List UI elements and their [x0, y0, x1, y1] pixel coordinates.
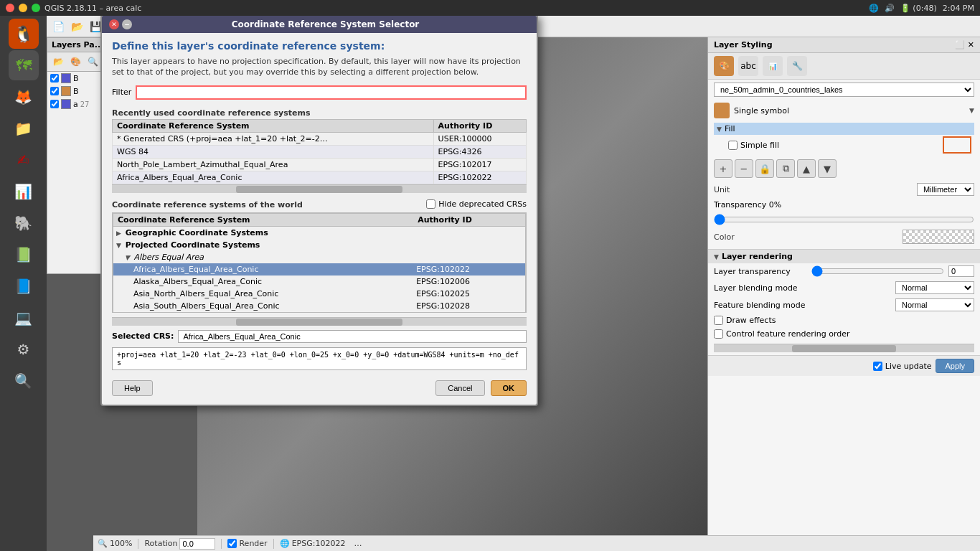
asia-south-crs: Asia_South_Albers_Equal_Area_Conic — [113, 300, 414, 313]
dialog-title-btns: ✕ − — [109, 19, 132, 29]
world-crs-label: Coordinate reference systems of the worl… — [112, 197, 303, 211]
hide-deprecated-label: Hide deprecated CRSs — [438, 199, 527, 209]
hide-deprecated-check[interactable] — [426, 199, 435, 209]
taskbar-network-icon: 🌐 — [869, 4, 879, 13]
selected-crs-row: Selected CRS: — [112, 330, 527, 343]
filter-row: Filter — [112, 85, 527, 100]
geo-expand-icon: ▶ — [116, 230, 121, 237]
geo-systems-text: Geographic Coordinate Systems — [126, 228, 268, 237]
asia-south-row[interactable]: Asia_South_Albers_Equal_Area_Conic EPSG:… — [113, 300, 526, 313]
albers-header-row[interactable]: ▼ Albers Equal Area — [113, 251, 526, 263]
africa-albers-row[interactable]: Africa_Albers_Equal_Area_Conic EPSG:1020… — [113, 263, 526, 276]
proj-systems-row[interactable]: ▼ Projected Coordinate Systems — [113, 239, 526, 251]
asia-south-auth: EPSG:102028 — [413, 300, 525, 313]
dialog-help-btn[interactable]: Help — [112, 380, 153, 396]
recent-row-0[interactable]: * Generated CRS (+proj=aea +lat_1=20 +la… — [113, 132, 527, 145]
recently-used-table: Coordinate Reference System Authority ID… — [112, 119, 527, 184]
dialog-action-btns: Cancel OK — [435, 380, 527, 396]
taskbar-right: 🌐 🔊 🔋 (0:48) 2:04 PM — [869, 4, 974, 13]
albers-expand-icon: ▼ — [125, 254, 130, 261]
dialog-overlay: ✕ − Coordinate Reference System Selector… — [0, 0, 980, 551]
selected-crs-input[interactable] — [178, 330, 527, 343]
win-max-btn[interactable] — [32, 4, 40, 12]
geo-systems-row[interactable]: ▶ Geographic Coordinate Systems — [113, 226, 526, 239]
recent-hscroll[interactable] — [112, 184, 527, 193]
filter-label: Filter — [112, 88, 131, 97]
win-close-btn[interactable] — [6, 4, 14, 12]
proj-string: +proj=aea +lat_1=20 +lat_2=-23 +lat_0=0 … — [112, 347, 527, 370]
proj-systems-text: Projected Coordinate Systems — [126, 240, 260, 250]
dialog-close-btn[interactable]: ✕ — [109, 19, 119, 29]
recent-auth-2: EPSG:102017 — [433, 158, 526, 171]
asia-north-crs: Asia_North_Albers_Equal_Area_Conic — [113, 288, 414, 300]
tree-col-auth: Authority ID — [413, 213, 525, 226]
alaska-albers-row[interactable]: Alaska_Albers_Equal_Area_Conic EPSG:1020… — [113, 276, 526, 288]
taskbar-audio-icon: 🔊 — [885, 4, 895, 13]
dialog-description: This layer appears to have no projection… — [112, 56, 527, 78]
taskbar-left: QGIS 2.18.11 – area calc — [6, 4, 141, 13]
recent-row-2[interactable]: North_Pole_Lambert_Azimuthal_Equal_AreaE… — [113, 158, 527, 171]
recent-crs-0: * Generated CRS (+proj=aea +lat_1=20 +la… — [113, 132, 434, 145]
recently-used-tbody: * Generated CRS (+proj=aea +lat_1=20 +la… — [113, 132, 527, 184]
africa-albers-crs: Africa_Albers_Equal_Area_Conic — [113, 263, 414, 276]
selected-crs-label: Selected CRS: — [112, 331, 174, 341]
dialog-title: Coordinate Reference System Selector — [232, 19, 420, 29]
albers-header-label: ▼ Albers Equal Area — [113, 251, 526, 263]
recent-crs-3: Africa_Albers_Equal_Area_Conic — [113, 171, 434, 184]
taskbar: QGIS 2.18.11 – area calc 🌐 🔊 🔋 (0:48) 2:… — [0, 0, 980, 16]
taskbar-title: QGIS 2.18.11 – area calc — [44, 4, 141, 13]
dialog-min-btn[interactable]: − — [122, 19, 132, 29]
dialog-body: Define this layer's coordinate reference… — [102, 33, 537, 405]
taskbar-time: 2:04 PM — [943, 4, 974, 13]
africa-albers-auth: EPSG:102022 — [413, 263, 525, 276]
alaska-albers-crs: Alaska_Albers_Equal_Area_Conic — [113, 276, 414, 288]
asia-north-row[interactable]: Asia_North_Albers_Equal_Area_Conic EPSG:… — [113, 288, 526, 300]
asia-north-auth: EPSG:102025 — [413, 288, 525, 300]
crs-dialog: ✕ − Coordinate Reference System Selector… — [100, 14, 538, 406]
dialog-heading: Define this layer's coordinate reference… — [112, 40, 527, 52]
recent-row-3[interactable]: Africa_Albers_Equal_Area_ConicEPSG:10202… — [113, 171, 527, 184]
crs-tree-container[interactable]: Coordinate Reference System Authority ID… — [112, 212, 527, 313]
filter-input[interactable] — [136, 85, 527, 100]
crs-tree-tbody: ▶ Geographic Coordinate Systems ▼ Projec… — [113, 226, 526, 312]
recent-crs-1: WGS 84 — [113, 145, 434, 158]
dialog-ok-btn[interactable]: OK — [491, 380, 527, 396]
geo-systems-label: ▶ Geographic Coordinate Systems — [113, 226, 526, 239]
win-min-btn[interactable] — [19, 4, 27, 12]
recent-col-auth: Authority ID — [433, 119, 526, 132]
tree-hscroll-thumb — [236, 319, 402, 326]
recent-crs-2: North_Pole_Lambert_Azimuthal_Equal_Area — [113, 158, 434, 171]
recently-used-label: Recently used coordinate reference syste… — [112, 105, 527, 119]
proj-expand-icon: ▼ — [116, 242, 121, 249]
dialog-cancel-btn[interactable]: Cancel — [435, 380, 484, 396]
alaska-albers-auth: EPSG:102006 — [413, 276, 525, 288]
taskbar-battery: 🔋 (0:48) — [900, 4, 937, 13]
recent-hscroll-thumb — [236, 186, 402, 193]
crs-tree-table: Coordinate Reference System Authority ID… — [113, 213, 526, 313]
dialog-titlebar: ✕ − Coordinate Reference System Selector… — [102, 16, 537, 33]
hide-deprecated-row: Hide deprecated CRSs — [426, 199, 527, 209]
recent-col-crs: Coordinate Reference System — [113, 119, 434, 132]
world-crs-header: Coordinate reference systems of the worl… — [112, 197, 527, 211]
recent-auth-0: USER:100000 — [433, 132, 526, 145]
proj-systems-label: ▼ Projected Coordinate Systems — [113, 239, 526, 251]
tree-hscroll[interactable] — [112, 317, 527, 326]
recent-auth-3: EPSG:102022 — [433, 171, 526, 184]
recent-row-1[interactable]: WGS 84EPSG:4326 — [113, 145, 527, 158]
dialog-footer: Help Cancel OK — [112, 376, 527, 397]
recent-auth-1: EPSG:4326 — [433, 145, 526, 158]
tree-col-crs: Coordinate Reference System — [113, 213, 414, 226]
